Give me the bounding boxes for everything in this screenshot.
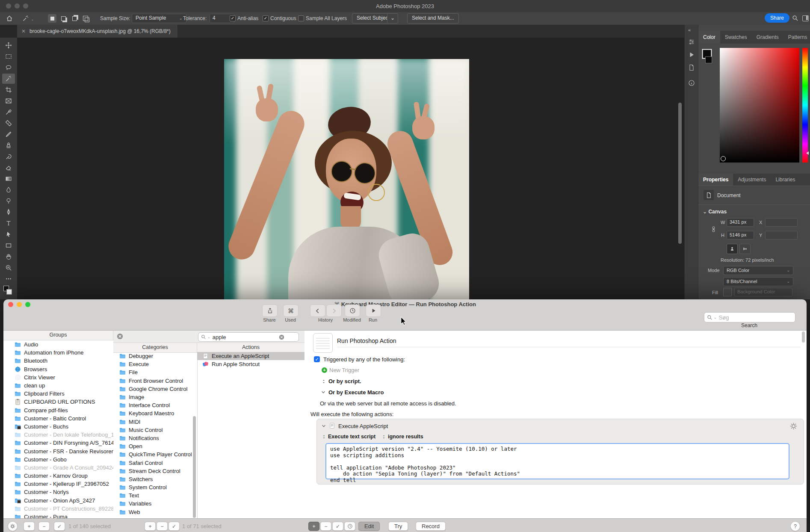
tab-adjustments[interactable]: Adjustments xyxy=(733,174,771,186)
km-share-button[interactable] xyxy=(262,304,278,317)
enable-macro-button[interactable]: ✓ xyxy=(169,522,180,531)
group-row[interactable]: Browsers xyxy=(3,365,113,373)
actions-panel-icon[interactable] xyxy=(688,51,695,58)
path-select-tool[interactable] xyxy=(2,229,15,239)
libraries-panel-icon[interactable] xyxy=(688,64,695,71)
group-row[interactable]: Audio xyxy=(3,340,113,349)
width-field[interactable]: 3431 px xyxy=(727,218,754,227)
add-macro-button[interactable]: + xyxy=(145,522,156,531)
action-row-selected[interactable]: Execute an AppleScript xyxy=(197,352,304,360)
hue-slider[interactable] xyxy=(802,48,808,163)
category-row[interactable]: Text xyxy=(113,491,197,499)
or-by-script-label[interactable]: Or by script. xyxy=(328,378,361,384)
group-row[interactable]: Customer - Gobo xyxy=(3,455,113,464)
category-row[interactable]: Execute xyxy=(113,360,197,368)
gradient-tool[interactable] xyxy=(2,174,15,184)
group-row[interactable]: Customer - FSR - Danske Revisorer xyxy=(3,447,113,455)
category-row[interactable]: File xyxy=(113,368,197,376)
history-brush-tool[interactable] xyxy=(2,151,15,162)
category-row[interactable]: Stream Deck Control xyxy=(113,467,197,475)
crop-tool[interactable] xyxy=(2,85,15,95)
action-row[interactable]: Run Apple Shortcut xyxy=(197,360,304,368)
background-color-chip[interactable] xyxy=(705,56,712,63)
tab-swatches[interactable]: Swatches xyxy=(720,31,752,44)
clone-stamp-tool[interactable] xyxy=(2,140,15,151)
remove-action-button[interactable]: − xyxy=(320,522,331,531)
group-row[interactable]: Compare pdf-files xyxy=(3,406,113,414)
tab-color[interactable]: Color xyxy=(698,31,720,44)
dodge-tool[interactable] xyxy=(2,196,15,206)
type-tool[interactable] xyxy=(2,218,15,228)
search-scope-chevron-icon[interactable]: ⌄ xyxy=(207,335,210,339)
enable-group-button[interactable]: ✓ xyxy=(54,522,65,531)
group-row[interactable]: Customer - Kjellerup IF_23967052 xyxy=(3,480,113,488)
selection-mode-intersect-button[interactable] xyxy=(81,14,90,23)
category-row[interactable]: Image xyxy=(113,393,197,401)
y-field[interactable] xyxy=(765,231,798,239)
contiguous-checkbox[interactable]: ✓ xyxy=(263,15,269,21)
add-group-button[interactable]: + xyxy=(24,522,35,531)
action-gear-icon[interactable] xyxy=(789,422,798,430)
eraser-tool[interactable] xyxy=(2,163,15,173)
home-icon[interactable] xyxy=(6,15,13,22)
category-row[interactable]: Interface Control xyxy=(113,401,197,409)
pen-tool[interactable] xyxy=(2,207,15,217)
tab-properties[interactable]: Properties xyxy=(698,174,733,186)
zoom-tool[interactable] xyxy=(2,263,15,273)
km-modified-button[interactable] xyxy=(345,304,360,317)
tab-patterns[interactable]: Patterns xyxy=(783,31,810,44)
x-field[interactable] xyxy=(765,218,798,227)
remove-macro-button[interactable]: − xyxy=(157,522,168,531)
select-subject-chevron[interactable]: ⌄ xyxy=(387,13,398,24)
more-tools-icon[interactable] xyxy=(2,274,15,284)
timed-action-button[interactable] xyxy=(344,522,355,531)
execute-popup[interactable]: Execute text script xyxy=(328,434,375,440)
fill-dropdown[interactable]: Background Color xyxy=(734,288,792,296)
or-by-execute-chevron-icon[interactable] xyxy=(321,390,326,395)
group-row[interactable]: Bluetooth xyxy=(3,357,113,365)
orientation-portrait-button[interactable] xyxy=(727,244,738,254)
group-row[interactable]: Automation from iPhone xyxy=(3,349,113,357)
magic-wand-tool[interactable] xyxy=(2,74,15,84)
record-button[interactable]: Record xyxy=(416,522,446,531)
category-row[interactable]: Open xyxy=(113,442,197,450)
tab-gradients[interactable]: Gradients xyxy=(752,31,783,44)
triggered-checkbox[interactable]: ✓ xyxy=(314,356,320,362)
km-search-input[interactable] xyxy=(718,314,784,321)
hand-tool[interactable] xyxy=(2,251,15,262)
group-row[interactable]: Customer - Karnov Group xyxy=(3,472,113,480)
help-button[interactable]: ? xyxy=(790,521,800,531)
photo-document[interactable] xyxy=(224,59,469,299)
or-by-script-popup-icon[interactable] xyxy=(322,379,326,384)
document-tab[interactable]: ✕brooke-cagle-oTweoxMKdkA-unsplash.jpg @… xyxy=(17,25,178,38)
share-button[interactable]: Share xyxy=(765,13,789,23)
action-disclosure-chevron-icon[interactable] xyxy=(321,423,326,429)
detail-scrollbar[interactable] xyxy=(802,331,805,343)
sample-size-dropdown[interactable]: Point Sample⌄ xyxy=(132,14,186,23)
applescript-code-editor[interactable]: use AppleScript version "2.4" -- Yosemit… xyxy=(325,443,789,479)
edit-button[interactable]: Edit xyxy=(358,522,380,531)
selection-mode-subtract-button[interactable] xyxy=(70,14,79,23)
category-row[interactable]: Switchers xyxy=(113,475,197,483)
fill-swatch[interactable] xyxy=(723,288,732,296)
group-row[interactable]: Customer - DIN Forsyning A/S_76142414 xyxy=(3,439,113,447)
color-picker-field[interactable] xyxy=(720,48,799,163)
or-by-execute-macro-label[interactable]: Or by Execute Macro xyxy=(328,389,384,396)
info-panel-icon[interactable] xyxy=(688,80,695,86)
search-icon[interactable] xyxy=(792,15,798,21)
category-row[interactable]: MIDI xyxy=(113,418,197,426)
selection-mode-new-button[interactable] xyxy=(48,14,56,23)
category-row[interactable]: Debugger xyxy=(113,352,197,360)
sample-all-layers-checkbox[interactable] xyxy=(298,15,304,21)
select-and-mask-button[interactable]: Select and Mask... xyxy=(407,13,459,24)
results-popup[interactable]: ignore results xyxy=(388,434,423,440)
km-search-field[interactable]: ⌄ xyxy=(704,312,795,322)
link-dimensions-icon[interactable] xyxy=(710,222,717,236)
height-field[interactable]: 5146 px xyxy=(727,231,754,239)
group-row[interactable]: Citrix Viewer xyxy=(3,373,113,381)
canvas-section-header[interactable]: ⌄ Canvas xyxy=(703,209,727,215)
results-popup-icon[interactable] xyxy=(382,434,386,439)
category-row[interactable]: Safari Control xyxy=(113,458,197,467)
execute-popup-icon[interactable] xyxy=(322,434,326,439)
tab-libraries[interactable]: Libraries xyxy=(771,174,800,186)
